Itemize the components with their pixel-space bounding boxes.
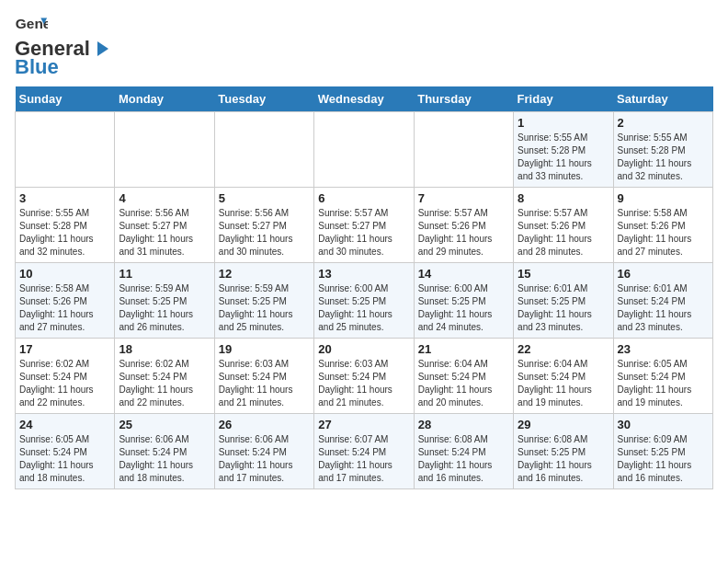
cell-info: Sunrise: 6:01 AM Sunset: 5:24 PM Dayligh…	[618, 282, 709, 334]
calendar-table: SundayMondayTuesdayWednesdayThursdayFrid…	[15, 86, 713, 489]
day-number: 26	[219, 418, 310, 431]
calendar-cell: 25Sunrise: 6:06 AM Sunset: 5:24 PM Dayli…	[115, 414, 214, 489]
cell-info: Sunrise: 5:56 AM Sunset: 5:27 PM Dayligh…	[119, 207, 210, 259]
day-number: 7	[418, 191, 509, 205]
calendar-cell: 24Sunrise: 6:05 AM Sunset: 5:24 PM Dayli…	[16, 414, 115, 489]
cell-info: Sunrise: 5:58 AM Sunset: 5:26 PM Dayligh…	[19, 282, 110, 334]
calendar-header-saturday: Saturday	[613, 86, 712, 112]
calendar-cell: 12Sunrise: 5:59 AM Sunset: 5:25 PM Dayli…	[214, 263, 313, 339]
cell-info: Sunrise: 6:03 AM Sunset: 5:24 PM Dayligh…	[318, 358, 409, 409]
day-number: 11	[119, 267, 210, 281]
calendar-cell: 7Sunrise: 5:57 AM Sunset: 5:26 PM Daylig…	[414, 188, 513, 263]
calendar-cell: 21Sunrise: 6:04 AM Sunset: 5:24 PM Dayli…	[414, 339, 513, 414]
cell-info: Sunrise: 6:05 AM Sunset: 5:24 PM Dayligh…	[19, 433, 110, 485]
cell-info: Sunrise: 6:06 AM Sunset: 5:24 PM Dayligh…	[219, 433, 310, 485]
logo-arrow-icon	[92, 40, 110, 58]
calendar-cell: 8Sunrise: 5:57 AM Sunset: 5:26 PM Daylig…	[514, 188, 613, 263]
calendar-cell	[314, 112, 414, 188]
day-number: 15	[518, 267, 609, 281]
day-number: 13	[318, 267, 409, 281]
calendar-cell: 27Sunrise: 6:07 AM Sunset: 5:24 PM Dayli…	[314, 414, 414, 489]
cell-info: Sunrise: 6:00 AM Sunset: 5:25 PM Dayligh…	[318, 282, 409, 334]
logo-icon: General	[15, 15, 48, 37]
cell-info: Sunrise: 6:05 AM Sunset: 5:24 PM Dayligh…	[618, 358, 709, 409]
calendar-cell: 6Sunrise: 5:57 AM Sunset: 5:27 PM Daylig…	[314, 188, 414, 263]
calendar-cell: 30Sunrise: 6:09 AM Sunset: 5:25 PM Dayli…	[613, 414, 712, 489]
cell-info: Sunrise: 6:02 AM Sunset: 5:24 PM Dayligh…	[19, 358, 110, 409]
day-number: 10	[19, 267, 110, 281]
day-number: 27	[318, 418, 409, 431]
cell-info: Sunrise: 6:04 AM Sunset: 5:24 PM Dayligh…	[418, 358, 509, 409]
calendar-cell	[214, 112, 313, 188]
day-number: 28	[418, 418, 509, 431]
cell-info: Sunrise: 5:57 AM Sunset: 5:27 PM Dayligh…	[318, 207, 409, 259]
cell-info: Sunrise: 6:07 AM Sunset: 5:24 PM Dayligh…	[318, 433, 409, 485]
calendar-cell: 16Sunrise: 6:01 AM Sunset: 5:24 PM Dayli…	[613, 263, 712, 339]
cell-info: Sunrise: 5:59 AM Sunset: 5:25 PM Dayligh…	[219, 282, 310, 334]
day-number: 3	[19, 191, 110, 205]
calendar-header-wednesday: Wednesday	[314, 86, 414, 112]
calendar-cell: 9Sunrise: 5:58 AM Sunset: 5:26 PM Daylig…	[613, 188, 712, 263]
cell-info: Sunrise: 6:09 AM Sunset: 5:25 PM Dayligh…	[618, 433, 709, 485]
day-number: 23	[618, 342, 709, 356]
day-number: 19	[219, 342, 310, 356]
cell-info: Sunrise: 5:58 AM Sunset: 5:26 PM Dayligh…	[618, 207, 709, 259]
cell-info: Sunrise: 6:02 AM Sunset: 5:24 PM Dayligh…	[119, 358, 210, 409]
day-number: 12	[219, 267, 310, 281]
day-number: 4	[119, 191, 210, 205]
calendar-cell: 26Sunrise: 6:06 AM Sunset: 5:24 PM Dayli…	[214, 414, 313, 489]
cell-info: Sunrise: 6:06 AM Sunset: 5:24 PM Dayligh…	[119, 433, 210, 485]
cell-info: Sunrise: 6:04 AM Sunset: 5:24 PM Dayligh…	[518, 358, 609, 409]
calendar-cell: 15Sunrise: 6:01 AM Sunset: 5:25 PM Dayli…	[514, 263, 613, 339]
day-number: 14	[418, 267, 509, 281]
page-header: General General Blue	[15, 15, 713, 79]
day-number: 18	[119, 342, 210, 356]
calendar-cell: 17Sunrise: 6:02 AM Sunset: 5:24 PM Dayli…	[16, 339, 115, 414]
calendar-cell: 29Sunrise: 6:08 AM Sunset: 5:25 PM Dayli…	[514, 414, 613, 489]
day-number: 2	[618, 116, 709, 130]
svg-marker-2	[97, 41, 108, 56]
day-number: 21	[418, 342, 509, 356]
calendar-cell: 28Sunrise: 6:08 AM Sunset: 5:24 PM Dayli…	[414, 414, 513, 489]
day-number: 6	[318, 191, 409, 205]
calendar-cell: 13Sunrise: 6:00 AM Sunset: 5:25 PM Dayli…	[314, 263, 414, 339]
day-number: 17	[19, 342, 110, 356]
cell-info: Sunrise: 5:55 AM Sunset: 5:28 PM Dayligh…	[19, 207, 110, 259]
cell-info: Sunrise: 5:55 AM Sunset: 5:28 PM Dayligh…	[618, 132, 709, 183]
calendar-header-friday: Friday	[514, 86, 613, 112]
calendar-cell: 1Sunrise: 5:55 AM Sunset: 5:28 PM Daylig…	[514, 112, 613, 188]
day-number: 30	[618, 418, 709, 431]
calendar-cell	[16, 112, 115, 188]
day-number: 22	[518, 342, 609, 356]
calendar-header-sunday: Sunday	[16, 86, 115, 112]
calendar-cell	[115, 112, 214, 188]
day-number: 24	[19, 418, 110, 431]
calendar-cell: 4Sunrise: 5:56 AM Sunset: 5:27 PM Daylig…	[115, 188, 214, 263]
calendar-cell: 20Sunrise: 6:03 AM Sunset: 5:24 PM Dayli…	[314, 339, 414, 414]
calendar-cell: 14Sunrise: 6:00 AM Sunset: 5:25 PM Dayli…	[414, 263, 513, 339]
day-number: 1	[518, 116, 609, 130]
calendar-cell: 23Sunrise: 6:05 AM Sunset: 5:24 PM Dayli…	[613, 339, 712, 414]
calendar-cell: 18Sunrise: 6:02 AM Sunset: 5:24 PM Dayli…	[115, 339, 214, 414]
cell-info: Sunrise: 5:57 AM Sunset: 5:26 PM Dayligh…	[518, 207, 609, 259]
calendar-cell: 11Sunrise: 5:59 AM Sunset: 5:25 PM Dayli…	[115, 263, 214, 339]
calendar-cell: 22Sunrise: 6:04 AM Sunset: 5:24 PM Dayli…	[514, 339, 613, 414]
day-number: 29	[518, 418, 609, 431]
calendar-cell: 5Sunrise: 5:56 AM Sunset: 5:27 PM Daylig…	[214, 188, 313, 263]
logo-blue: Blue	[15, 55, 59, 79]
cell-info: Sunrise: 6:08 AM Sunset: 5:24 PM Dayligh…	[418, 433, 509, 485]
calendar-cell	[414, 112, 513, 188]
cell-info: Sunrise: 5:57 AM Sunset: 5:26 PM Dayligh…	[418, 207, 509, 259]
cell-info: Sunrise: 5:55 AM Sunset: 5:28 PM Dayligh…	[518, 132, 609, 183]
day-number: 16	[618, 267, 709, 281]
cell-info: Sunrise: 6:00 AM Sunset: 5:25 PM Dayligh…	[418, 282, 509, 334]
logo: General General Blue	[15, 15, 112, 79]
cell-info: Sunrise: 6:08 AM Sunset: 5:25 PM Dayligh…	[518, 433, 609, 485]
cell-info: Sunrise: 5:56 AM Sunset: 5:27 PM Dayligh…	[219, 207, 310, 259]
cell-info: Sunrise: 5:59 AM Sunset: 5:25 PM Dayligh…	[119, 282, 210, 334]
day-number: 25	[119, 418, 210, 431]
calendar-header-thursday: Thursday	[414, 86, 513, 112]
calendar-header-tuesday: Tuesday	[214, 86, 313, 112]
calendar-cell: 3Sunrise: 5:55 AM Sunset: 5:28 PM Daylig…	[16, 188, 115, 263]
day-number: 20	[318, 342, 409, 356]
